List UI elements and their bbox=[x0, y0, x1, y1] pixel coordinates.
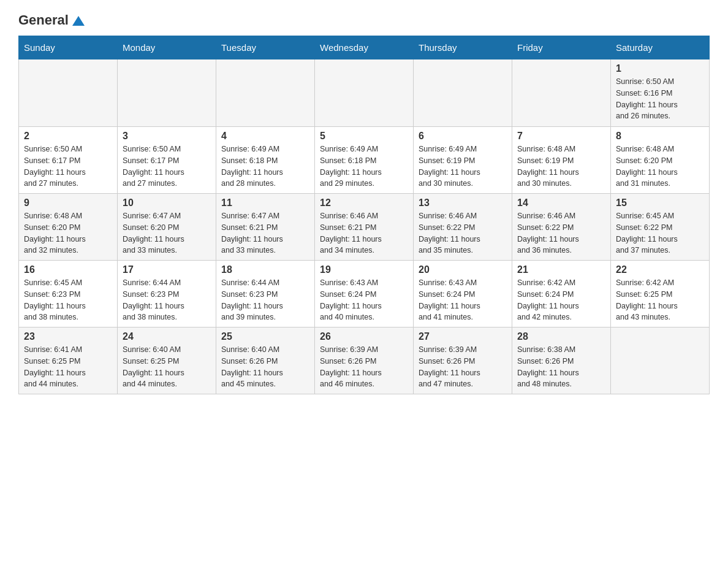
calendar-body: 1Sunrise: 6:50 AM Sunset: 6:16 PM Daylig… bbox=[19, 59, 710, 394]
day-info: Sunrise: 6:48 AM Sunset: 6:20 PM Dayligh… bbox=[24, 210, 112, 256]
day-info: Sunrise: 6:50 AM Sunset: 6:16 PM Dayligh… bbox=[616, 76, 704, 122]
calendar-day-1: 1Sunrise: 6:50 AM Sunset: 6:16 PM Daylig… bbox=[611, 59, 710, 127]
logo-triangle-icon bbox=[70, 12, 87, 29]
day-number: 10 bbox=[123, 197, 211, 209]
day-info: Sunrise: 6:47 AM Sunset: 6:21 PM Dayligh… bbox=[221, 210, 309, 256]
day-number: 22 bbox=[616, 264, 704, 275]
calendar-day-25: 25Sunrise: 6:40 AM Sunset: 6:26 PM Dayli… bbox=[216, 327, 315, 394]
day-info: Sunrise: 6:49 AM Sunset: 6:18 PM Dayligh… bbox=[221, 144, 309, 190]
calendar-week-row: 16Sunrise: 6:45 AM Sunset: 6:23 PM Dayli… bbox=[19, 261, 710, 327]
day-number: 6 bbox=[419, 131, 507, 142]
weekday-header-row: SundayMondayTuesdayWednesdayThursdayFrid… bbox=[19, 36, 710, 59]
calendar-table: SundayMondayTuesdayWednesdayThursdayFrid… bbox=[18, 36, 710, 394]
day-info: Sunrise: 6:39 AM Sunset: 6:26 PM Dayligh… bbox=[419, 344, 507, 390]
weekday-header-monday: Monday bbox=[118, 36, 216, 59]
day-number: 26 bbox=[320, 331, 408, 342]
calendar-day-11: 11Sunrise: 6:47 AM Sunset: 6:21 PM Dayli… bbox=[216, 194, 315, 261]
weekday-header-saturday: Saturday bbox=[611, 36, 710, 59]
calendar-week-row: 1Sunrise: 6:50 AM Sunset: 6:16 PM Daylig… bbox=[19, 59, 710, 127]
calendar-day-9: 9Sunrise: 6:48 AM Sunset: 6:20 PM Daylig… bbox=[19, 194, 118, 261]
calendar-day-10: 10Sunrise: 6:47 AM Sunset: 6:20 PM Dayli… bbox=[118, 194, 216, 261]
day-info: Sunrise: 6:42 AM Sunset: 6:25 PM Dayligh… bbox=[616, 277, 704, 323]
day-number: 27 bbox=[419, 331, 507, 342]
day-number: 9 bbox=[24, 197, 112, 209]
day-number: 24 bbox=[123, 331, 211, 342]
day-info: Sunrise: 6:43 AM Sunset: 6:24 PM Dayligh… bbox=[419, 277, 507, 323]
day-info: Sunrise: 6:44 AM Sunset: 6:23 PM Dayligh… bbox=[221, 277, 309, 323]
weekday-header-friday: Friday bbox=[512, 36, 611, 59]
calendar-day-empty bbox=[118, 59, 216, 127]
day-info: Sunrise: 6:46 AM Sunset: 6:22 PM Dayligh… bbox=[517, 210, 605, 256]
logo-text: General bbox=[18, 12, 87, 29]
calendar-day-22: 22Sunrise: 6:42 AM Sunset: 6:25 PM Dayli… bbox=[611, 261, 710, 327]
calendar-day-4: 4Sunrise: 6:49 AM Sunset: 6:18 PM Daylig… bbox=[216, 127, 315, 194]
day-number: 17 bbox=[123, 264, 211, 275]
calendar-day-17: 17Sunrise: 6:44 AM Sunset: 6:23 PM Dayli… bbox=[118, 261, 216, 327]
calendar-day-8: 8Sunrise: 6:48 AM Sunset: 6:20 PM Daylig… bbox=[611, 127, 710, 194]
day-number: 4 bbox=[221, 131, 309, 142]
calendar-day-13: 13Sunrise: 6:46 AM Sunset: 6:22 PM Dayli… bbox=[414, 194, 512, 261]
logo: General bbox=[18, 12, 87, 29]
day-info: Sunrise: 6:50 AM Sunset: 6:17 PM Dayligh… bbox=[123, 144, 211, 190]
day-number: 25 bbox=[221, 331, 309, 342]
calendar-day-2: 2Sunrise: 6:50 AM Sunset: 6:17 PM Daylig… bbox=[19, 127, 118, 194]
day-info: Sunrise: 6:47 AM Sunset: 6:20 PM Dayligh… bbox=[123, 210, 211, 256]
day-info: Sunrise: 6:50 AM Sunset: 6:17 PM Dayligh… bbox=[24, 144, 112, 190]
day-info: Sunrise: 6:40 AM Sunset: 6:25 PM Dayligh… bbox=[123, 344, 211, 390]
calendar-day-empty bbox=[216, 59, 315, 127]
calendar-day-28: 28Sunrise: 6:38 AM Sunset: 6:26 PM Dayli… bbox=[512, 327, 611, 394]
day-number: 7 bbox=[517, 131, 605, 142]
day-info: Sunrise: 6:49 AM Sunset: 6:19 PM Dayligh… bbox=[419, 144, 507, 190]
day-number: 14 bbox=[517, 197, 605, 209]
day-number: 20 bbox=[419, 264, 507, 275]
day-number: 11 bbox=[221, 197, 309, 209]
calendar-day-3: 3Sunrise: 6:50 AM Sunset: 6:17 PM Daylig… bbox=[118, 127, 216, 194]
calendar-day-16: 16Sunrise: 6:45 AM Sunset: 6:23 PM Dayli… bbox=[19, 261, 118, 327]
calendar-day-6: 6Sunrise: 6:49 AM Sunset: 6:19 PM Daylig… bbox=[414, 127, 512, 194]
calendar-week-row: 23Sunrise: 6:41 AM Sunset: 6:25 PM Dayli… bbox=[19, 327, 710, 394]
weekday-header-sunday: Sunday bbox=[19, 36, 118, 59]
weekday-header-thursday: Thursday bbox=[414, 36, 512, 59]
day-number: 8 bbox=[616, 131, 704, 142]
calendar-day-20: 20Sunrise: 6:43 AM Sunset: 6:24 PM Dayli… bbox=[414, 261, 512, 327]
calendar-day-18: 18Sunrise: 6:44 AM Sunset: 6:23 PM Dayli… bbox=[216, 261, 315, 327]
weekday-header-wednesday: Wednesday bbox=[315, 36, 414, 59]
day-info: Sunrise: 6:46 AM Sunset: 6:22 PM Dayligh… bbox=[419, 210, 507, 256]
day-number: 1 bbox=[616, 63, 704, 74]
svg-marker-0 bbox=[72, 16, 85, 26]
day-info: Sunrise: 6:49 AM Sunset: 6:18 PM Dayligh… bbox=[320, 144, 408, 190]
calendar-header: SundayMondayTuesdayWednesdayThursdayFrid… bbox=[19, 36, 710, 59]
day-number: 3 bbox=[123, 131, 211, 142]
day-number: 28 bbox=[517, 331, 605, 342]
day-info: Sunrise: 6:45 AM Sunset: 6:22 PM Dayligh… bbox=[616, 210, 704, 256]
calendar-day-23: 23Sunrise: 6:41 AM Sunset: 6:25 PM Dayli… bbox=[19, 327, 118, 394]
calendar-day-empty bbox=[414, 59, 512, 127]
day-number: 12 bbox=[320, 197, 408, 209]
day-info: Sunrise: 6:38 AM Sunset: 6:26 PM Dayligh… bbox=[517, 344, 605, 390]
day-info: Sunrise: 6:43 AM Sunset: 6:24 PM Dayligh… bbox=[320, 277, 408, 323]
calendar-day-27: 27Sunrise: 6:39 AM Sunset: 6:26 PM Dayli… bbox=[414, 327, 512, 394]
day-info: Sunrise: 6:48 AM Sunset: 6:20 PM Dayligh… bbox=[616, 144, 704, 190]
calendar-day-15: 15Sunrise: 6:45 AM Sunset: 6:22 PM Dayli… bbox=[611, 194, 710, 261]
calendar-day-24: 24Sunrise: 6:40 AM Sunset: 6:25 PM Dayli… bbox=[118, 327, 216, 394]
page-header: General bbox=[18, 12, 710, 29]
day-info: Sunrise: 6:45 AM Sunset: 6:23 PM Dayligh… bbox=[24, 277, 112, 323]
day-number: 13 bbox=[419, 197, 507, 209]
calendar-day-empty bbox=[611, 327, 710, 394]
day-number: 5 bbox=[320, 131, 408, 142]
calendar-day-21: 21Sunrise: 6:42 AM Sunset: 6:24 PM Dayli… bbox=[512, 261, 611, 327]
day-number: 16 bbox=[24, 264, 112, 275]
day-number: 23 bbox=[24, 331, 112, 342]
calendar-day-12: 12Sunrise: 6:46 AM Sunset: 6:21 PM Dayli… bbox=[315, 194, 414, 261]
day-number: 2 bbox=[24, 131, 112, 142]
day-info: Sunrise: 6:42 AM Sunset: 6:24 PM Dayligh… bbox=[517, 277, 605, 323]
day-info: Sunrise: 6:39 AM Sunset: 6:26 PM Dayligh… bbox=[320, 344, 408, 390]
calendar-day-empty bbox=[19, 59, 118, 127]
calendar-day-26: 26Sunrise: 6:39 AM Sunset: 6:26 PM Dayli… bbox=[315, 327, 414, 394]
calendar-day-empty bbox=[315, 59, 414, 127]
calendar-week-row: 9Sunrise: 6:48 AM Sunset: 6:20 PM Daylig… bbox=[19, 194, 710, 261]
calendar-week-row: 2Sunrise: 6:50 AM Sunset: 6:17 PM Daylig… bbox=[19, 127, 710, 194]
day-info: Sunrise: 6:46 AM Sunset: 6:21 PM Dayligh… bbox=[320, 210, 408, 256]
day-number: 18 bbox=[221, 264, 309, 275]
day-number: 15 bbox=[616, 197, 704, 209]
